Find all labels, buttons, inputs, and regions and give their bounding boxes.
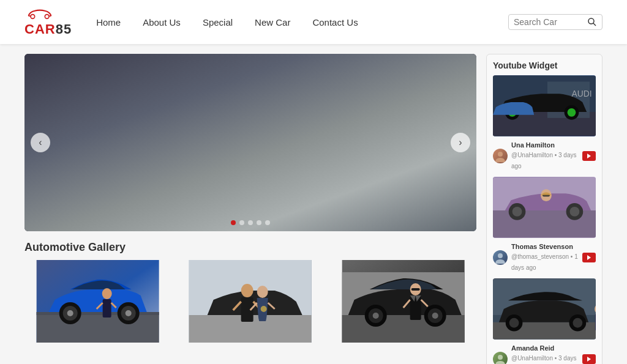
yt-channel-name-3: Amanda Reid [511,344,579,352]
gallery-item-1[interactable] [24,260,171,343]
left-column: ‹ › Automotive Gallery [24,54,476,364]
carousel-dots [24,220,476,225]
gallery-grid [24,260,476,343]
yt-channel-info-2: Thomas Stevenson @thomas_stevenson • 1 d… [511,243,579,272]
svg-point-85 [512,207,522,217]
yt-avatar-svg-2 [493,250,508,265]
svg-rect-69 [410,295,421,320]
gallery-image-3 [330,260,476,343]
yt-avatar-2 [493,250,508,265]
logo: CAR85 [24,7,72,37]
yt-video-svg-1: AUDI [493,75,596,136]
svg-rect-99 [595,314,596,331]
svg-point-4 [588,18,594,24]
yt-channel-row-3: Amanda Reid @UnaHamilton • 3 days ago [493,344,596,364]
svg-point-90 [498,253,503,258]
youtube-widget-title: Youtube Widget [493,61,596,70]
svg-point-100 [498,355,503,360]
yt-avatar-3 [493,352,508,364]
yt-avatar-svg-1 [493,149,508,163]
nav-home[interactable]: Home [96,17,121,28]
yt-thumb-2[interactable] [493,177,596,238]
gallery-title: Automotive Gallery [24,241,476,254]
carousel-dot-4[interactable] [257,220,261,225]
svg-rect-61 [342,315,464,343]
search-button[interactable] [587,17,597,27]
yt-channel-name-2: Thomas Stevenson [511,243,579,250]
yt-channel-row-2: Thomas Stevenson @thomas_stevenson • 1 d… [493,243,596,272]
svg-point-43 [126,310,132,316]
gallery-image-1 [24,260,171,343]
svg-point-67 [432,313,438,319]
yt-play-button-1[interactable] [582,151,596,161]
svg-point-80 [568,108,576,117]
svg-rect-45 [103,299,111,318]
youtube-widget: Youtube Widget AUDI [486,54,603,364]
svg-rect-72 [411,288,419,291]
main-nav: Home About Us Special New Car Contact Us [96,17,508,28]
yt-channel-handle-1: @UnaHamilton • 3 days ago [511,152,576,169]
yt-video-svg-2 [493,177,596,238]
yt-channel-handle-3: @UnaHamilton • 3 days ago [511,355,576,364]
svg-point-0 [31,15,35,19]
carousel-image [24,54,476,231]
carousel-dot-3[interactable] [248,220,253,225]
svg-point-95 [509,318,519,328]
svg-point-40 [67,310,73,316]
search-icon [587,17,597,27]
nav-contact[interactable]: Contact Us [312,17,358,28]
svg-point-81 [498,152,503,157]
carousel-dot-2[interactable] [239,220,244,225]
gallery-item-3[interactable] [330,260,476,343]
nav-new-car[interactable]: New Car [255,17,290,28]
search-box [508,14,603,30]
yt-thumb-3[interactable] [493,278,596,340]
site-header: CAR85 Home About Us Special New Car Cont… [0,0,627,44]
carousel-dot-1[interactable] [231,220,236,225]
svg-point-58 [261,306,267,312]
yt-video-svg-3 [493,278,596,340]
yt-avatar-1 [493,149,508,163]
svg-line-5 [593,23,596,26]
svg-point-51 [241,284,253,297]
carousel-next-button[interactable]: › [451,133,470,152]
yt-channel-row-1: Una Hamilton @UnaHamilton • 3 days ago [493,141,596,171]
svg-point-87 [570,207,580,217]
svg-point-64 [372,313,378,319]
search-input[interactable] [514,17,587,27]
yt-thumb-1[interactable]: AUDI [493,75,596,136]
yt-channel-name-1: Una Hamilton [511,141,579,149]
yt-avatar-svg-3 [493,352,508,364]
yt-channel-info-1: Una Hamilton @UnaHamilton • 3 days ago [511,141,579,171]
right-column: Youtube Widget AUDI [486,54,603,364]
svg-point-1 [45,15,49,19]
logo-text: CAR85 [24,21,72,37]
yt-channel-handle-2: @thomas_stevenson • 1 days ago [511,253,578,271]
svg-point-44 [102,288,112,299]
nav-special[interactable]: Special [203,17,233,28]
logo-icon [24,7,55,20]
carousel-prev-button[interactable]: ‹ [31,133,50,152]
svg-text:AUDI: AUDI [571,89,591,98]
gallery-image-2 [177,260,323,343]
yt-play-button-2[interactable] [582,253,596,262]
main-content: ‹ › Automotive Gallery [0,44,627,364]
svg-rect-36 [37,312,159,343]
gallery-item-2[interactable] [177,260,323,343]
hero-carousel: ‹ › [24,54,476,231]
carousel-dot-5[interactable] [265,220,270,225]
svg-point-55 [257,286,268,298]
nav-about[interactable]: About Us [143,17,181,28]
svg-rect-37 [37,312,159,315]
yt-play-button-3[interactable] [582,354,596,364]
yt-channel-info-3: Amanda Reid @UnaHamilton • 3 days ago [511,344,579,364]
svg-point-97 [573,318,582,328]
